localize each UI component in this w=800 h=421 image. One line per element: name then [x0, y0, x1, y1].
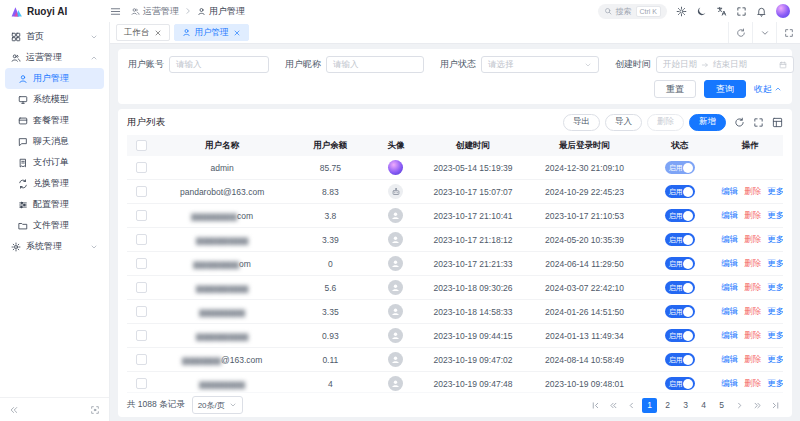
- column-settings-icon[interactable]: [772, 117, 783, 128]
- edit-link[interactable]: 编辑: [721, 258, 738, 268]
- sidebar-subitem-7[interactable]: 文件管理: [5, 215, 104, 236]
- more-link[interactable]: 更多: [767, 234, 783, 244]
- page-button-5[interactable]: 5: [714, 398, 729, 413]
- status-toggle[interactable]: 启用: [665, 353, 695, 366]
- refresh-tab-button[interactable]: [728, 22, 752, 43]
- more-link[interactable]: 更多: [767, 330, 783, 340]
- page-size-select[interactable]: 20条/页: [192, 396, 243, 414]
- sidebar-subitem-3[interactable]: 聊天消息: [5, 131, 104, 152]
- bell-icon[interactable]: [756, 6, 767, 17]
- page-button-2[interactable]: 2: [660, 398, 675, 413]
- row-checkbox[interactable]: [136, 210, 147, 221]
- user-avatar-topbar[interactable]: [776, 4, 790, 18]
- more-link[interactable]: 更多: [767, 306, 783, 316]
- breadcrumb-item[interactable]: 用户管理: [197, 5, 245, 18]
- gear-icon[interactable]: [676, 6, 687, 17]
- status-toggle[interactable]: 启用: [665, 281, 695, 294]
- status-toggle[interactable]: 启用: [665, 257, 695, 270]
- delete-link[interactable]: 删除: [744, 258, 761, 268]
- edit-link[interactable]: 编辑: [721, 306, 738, 316]
- status-toggle[interactable]: 启用: [665, 329, 695, 342]
- maximize-icon[interactable]: [753, 117, 764, 128]
- select-all-checkbox[interactable]: [136, 140, 147, 151]
- edit-link[interactable]: 编辑: [721, 354, 738, 364]
- row-checkbox[interactable]: [136, 306, 147, 317]
- delete-link[interactable]: 删除: [744, 306, 761, 316]
- import-button[interactable]: 导入: [605, 114, 642, 131]
- delete-link[interactable]: 删除: [744, 234, 761, 244]
- next-page-button[interactable]: [732, 398, 747, 413]
- translate-icon[interactable]: [716, 6, 727, 17]
- more-link[interactable]: 更多: [767, 378, 783, 388]
- fullscreen-icon[interactable]: [736, 6, 747, 17]
- row-checkbox[interactable]: [136, 258, 147, 269]
- collapse-filters-link[interactable]: 收起: [754, 83, 782, 96]
- row-checkbox[interactable]: [136, 330, 147, 341]
- edit-link[interactable]: 编辑: [721, 186, 738, 196]
- more-link[interactable]: 更多: [767, 354, 783, 364]
- export-button[interactable]: 导出: [563, 114, 600, 131]
- status-toggle[interactable]: 启用: [665, 161, 695, 174]
- delete-link[interactable]: 删除: [744, 282, 761, 292]
- next-5-pages-button[interactable]: [750, 398, 765, 413]
- edit-link[interactable]: 编辑: [721, 282, 738, 292]
- sidebar-subitem-0[interactable]: 用户管理: [5, 68, 104, 89]
- delete-link[interactable]: 删除: [744, 210, 761, 220]
- status-toggle[interactable]: 启用: [665, 185, 695, 198]
- status-toggle[interactable]: 启用: [665, 233, 695, 246]
- sidebar-subitem-5[interactable]: 兑换管理: [5, 173, 104, 194]
- page-button-1[interactable]: 1: [642, 398, 657, 413]
- row-checkbox[interactable]: [136, 354, 147, 365]
- edit-link[interactable]: 编辑: [721, 378, 738, 388]
- user-nickname-input[interactable]: 请输入: [326, 56, 424, 73]
- moon-icon[interactable]: [696, 6, 707, 17]
- last-page-button[interactable]: [768, 398, 783, 413]
- edit-link[interactable]: 编辑: [721, 210, 738, 220]
- sidebar-subitem-6[interactable]: 配置管理: [5, 194, 104, 215]
- date-range-input[interactable]: 开始日期 结束日期: [656, 56, 794, 73]
- user-status-select[interactable]: 请选择: [481, 56, 599, 73]
- sidebar-item-0[interactable]: 首页: [5, 26, 104, 47]
- prev-page-button[interactable]: [624, 398, 639, 413]
- global-search[interactable]: 搜索 Ctrl K: [598, 4, 668, 19]
- page-button-3[interactable]: 3: [678, 398, 693, 413]
- add-button[interactable]: 新增: [689, 114, 726, 131]
- close-icon[interactable]: [233, 29, 241, 37]
- tab-1[interactable]: 用户管理: [174, 24, 249, 41]
- tab-0[interactable]: 工作台: [116, 24, 170, 41]
- close-icon[interactable]: [154, 29, 162, 37]
- delete-link[interactable]: 删除: [744, 378, 761, 388]
- row-checkbox[interactable]: [136, 282, 147, 293]
- row-checkbox[interactable]: [136, 378, 147, 389]
- edit-link[interactable]: 编辑: [721, 330, 738, 340]
- sidebar-item-1[interactable]: 运营管理: [5, 47, 104, 68]
- collapse-sidebar-icon[interactable]: [9, 405, 19, 415]
- edit-link[interactable]: 编辑: [721, 234, 738, 244]
- more-link[interactable]: 更多: [767, 210, 783, 220]
- sidebar-item-2[interactable]: 系统管理: [5, 236, 104, 257]
- sidebar-subitem-4[interactable]: 支付订单: [5, 152, 104, 173]
- delete-link[interactable]: 删除: [744, 330, 761, 340]
- refresh-icon[interactable]: [734, 117, 745, 128]
- breadcrumb-item[interactable]: 运营管理: [131, 5, 179, 18]
- delete-link[interactable]: 删除: [744, 186, 761, 196]
- search-button[interactable]: 查询: [704, 80, 746, 98]
- reset-button[interactable]: 重置: [654, 80, 696, 98]
- status-toggle[interactable]: 启用: [665, 305, 695, 318]
- status-toggle[interactable]: 启用: [665, 377, 695, 390]
- row-checkbox[interactable]: [136, 234, 147, 245]
- sidebar-pin-icon[interactable]: [90, 405, 100, 415]
- maximize-tab-button[interactable]: [776, 22, 800, 43]
- first-page-button[interactable]: [588, 398, 603, 413]
- status-toggle[interactable]: 启用: [665, 209, 695, 222]
- menu-collapse-icon[interactable]: [110, 6, 121, 17]
- page-button-4[interactable]: 4: [696, 398, 711, 413]
- more-link[interactable]: 更多: [767, 186, 783, 196]
- sidebar-subitem-1[interactable]: 系统模型: [5, 89, 104, 110]
- row-checkbox[interactable]: [136, 162, 147, 173]
- delete-button[interactable]: 删除: [647, 114, 684, 131]
- delete-link[interactable]: 删除: [744, 354, 761, 364]
- tab-menu-button[interactable]: [752, 22, 776, 43]
- row-checkbox[interactable]: [136, 186, 147, 197]
- more-link[interactable]: 更多: [767, 258, 783, 268]
